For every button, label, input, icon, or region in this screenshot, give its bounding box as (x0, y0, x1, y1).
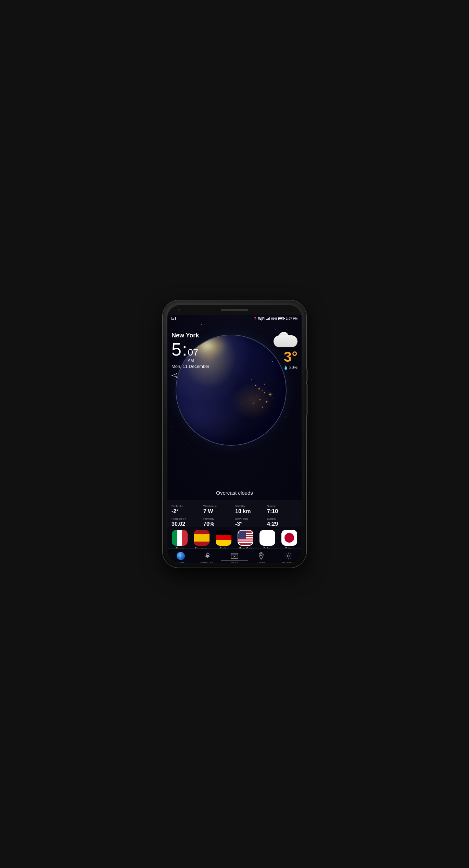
barcelona-flag (194, 530, 210, 546)
nav-item-maps[interactable]: MAPS (221, 551, 248, 563)
phone-frame: 📍 WiFi 89% 2:07 PM (163, 300, 306, 568)
city-item-rome[interactable]: Rome (172, 530, 188, 550)
nav-item-forecast[interactable]: FORECAST (194, 551, 221, 563)
power-button[interactable] (306, 396, 308, 415)
home-nav-label: HOME (177, 561, 185, 563)
volume-up-button[interactable] (306, 369, 308, 381)
time-display: 5 : 07 AM (172, 339, 210, 363)
berlin-flag (216, 530, 231, 546)
home-indicator[interactable] (221, 560, 248, 561)
weather-condition-top-right: 3° 💧 20% (274, 334, 297, 370)
battery-tip (284, 318, 285, 319)
volume-down-button[interactable] (306, 384, 308, 396)
city-item-berlin[interactable]: Berlin (216, 530, 231, 550)
phone-top-bezel (167, 305, 302, 315)
status-left (172, 317, 176, 320)
settings-nav-label: SETTINGS (281, 561, 295, 563)
pressure-item: Pressure (") 30.02 (172, 517, 202, 527)
visibility-value: 10 km (235, 508, 266, 514)
city-name: New York (172, 332, 210, 339)
temperature-display: 3° (284, 349, 297, 365)
humidity-label: Humidity (203, 517, 234, 520)
pressure-label: Pressure (") (172, 517, 202, 520)
precipitation-display: 💧 20% (283, 365, 297, 370)
sunrise-item: Sunrise 7:10 (267, 505, 297, 514)
wind-value: 7 W (203, 508, 234, 514)
feels-like-label: Feels like (172, 505, 202, 508)
date-display: Mon, 11 December (172, 364, 210, 369)
wind-label: Wind (m/s) (203, 505, 234, 508)
svg-line-4 (173, 376, 176, 377)
dubai-flag (259, 530, 275, 546)
battery-body (278, 317, 284, 320)
weather-info-top-left: New York 5 : 07 AM Mon, 11 December (172, 332, 210, 379)
svg-point-11 (287, 555, 289, 557)
signal-bar-2 (267, 319, 268, 320)
time-minutes: 07 (188, 347, 198, 358)
svg-point-2 (176, 376, 177, 378)
city-item-barcelona[interactable]: Barcelona (194, 530, 210, 550)
battery-icon (278, 317, 285, 320)
sunrise-label: Sunrise (267, 505, 297, 508)
location-icon: 📍 (253, 317, 257, 320)
feels-like-value: -2° (172, 508, 202, 514)
clock-time: 2:07 PM (286, 317, 297, 320)
dew-point-item: Dew Point -3° (235, 517, 266, 527)
pressure-value: 30.02 (172, 521, 202, 527)
dew-point-value: -3° (235, 521, 266, 527)
cloud-icon (274, 334, 297, 347)
share-icon[interactable] (172, 373, 210, 379)
signal-bar-3 (268, 318, 269, 320)
forecast-nav-label: FORECAST (201, 561, 215, 563)
city-item-dubai[interactable]: Dubai (259, 530, 275, 550)
precipitation-value: 20% (289, 365, 297, 370)
humidity-value: 70% (203, 521, 234, 527)
maps-nav-label: MAPS (231, 561, 238, 563)
cloud-shape (274, 335, 297, 347)
forecast-nav-icon (203, 551, 212, 560)
svg-point-1 (176, 373, 177, 374)
svg-point-0 (172, 375, 173, 376)
visibility-item: Visibility 10 km (235, 505, 266, 514)
new-york-flag (238, 530, 253, 546)
nav-item-cities[interactable]: CITIES (248, 551, 275, 563)
nav-item-settings[interactable]: SETTINGS (275, 551, 302, 563)
visibility-label: Visibility (235, 505, 266, 508)
svg-point-9 (234, 556, 235, 557)
rome-flag (172, 530, 188, 546)
wind-item: Wind (m/s) 7 W (203, 505, 234, 514)
japan-circle (284, 533, 294, 543)
city-item-tokyo[interactable]: Tokyo (281, 530, 297, 550)
weather-main-area[interactable]: New York 5 : 07 AM Mon, 11 December (167, 315, 302, 500)
time-hour: 5 (172, 340, 181, 358)
time-colon: : (182, 339, 187, 360)
sunset-value: 4:29 (267, 521, 297, 527)
time-min-ampm: 07 AM (188, 347, 198, 363)
city-item-new-york[interactable]: New York (238, 530, 253, 550)
svg-line-3 (173, 374, 176, 375)
front-camera (178, 309, 180, 311)
nav-item-home[interactable]: HOME (167, 551, 194, 563)
status-right: 📍 WiFi 89% 2:07 PM (253, 317, 297, 321)
image-icon (172, 317, 176, 320)
battery-percent: 89% (271, 317, 277, 320)
dew-point-label: Dew Point (235, 517, 266, 520)
drop-icon: 💧 (283, 365, 288, 370)
status-bar: 📍 WiFi 89% 2:07 PM (167, 315, 302, 322)
cities-nav-icon (257, 551, 266, 560)
cities-nav-label: CITIES (257, 561, 266, 563)
weather-condition-label: Overcast clouds (167, 490, 302, 496)
phone-screen: 📍 WiFi 89% 2:07 PM (167, 305, 302, 563)
signal-bars (266, 317, 270, 320)
battery-fill (279, 318, 282, 319)
weather-details-panel: Feels like -2° Wind (m/s) 7 W Visibility… (167, 500, 302, 531)
usa-canton (238, 531, 246, 538)
speaker-grille (221, 309, 248, 311)
sunset-label: Sunset (267, 517, 297, 520)
globe-icon (177, 552, 185, 560)
feels-like-item: Feels like -2° (172, 505, 202, 514)
time-ampm: AM (188, 358, 194, 363)
signal-bar-4 (269, 317, 270, 320)
maps-nav-icon (230, 551, 239, 560)
wifi-icon: WiFi (258, 317, 265, 321)
